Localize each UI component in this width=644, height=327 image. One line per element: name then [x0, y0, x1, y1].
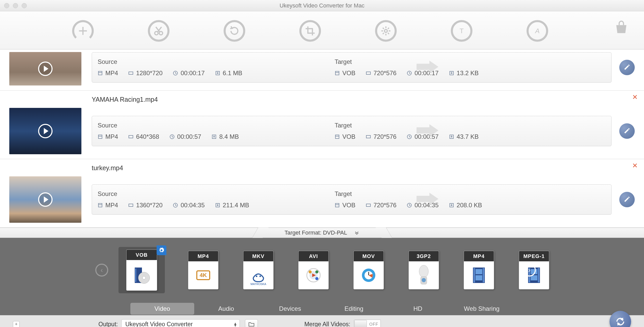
play-icon	[38, 62, 53, 76]
file-list: SourceMP41280*72000:00:176.1 MBTargetVOB…	[0, 49, 644, 228]
target-format-label: Target Format: DVD-PAL	[285, 229, 347, 236]
svg-rect-23	[129, 72, 133, 74]
resolution-icon	[366, 203, 371, 208]
file-row[interactable]: ✕turkey.mp4SourceMP41360*72000:04:35211.…	[0, 159, 644, 228]
window-controls[interactable]	[4, 3, 27, 8]
format-option-mp4[interactable]: MP44K	[187, 251, 220, 289]
output-label: Output:	[98, 321, 118, 327]
carousel-next-button[interactable]: ›	[523, 264, 536, 277]
zoom-icon[interactable]	[22, 3, 27, 8]
target-format: VOB	[342, 133, 355, 140]
format-icon	[335, 203, 340, 208]
resolution-icon	[128, 134, 133, 139]
category-tab-editing[interactable]: Editing	[322, 303, 386, 315]
clock-icon	[407, 134, 412, 139]
category-tab-hd[interactable]: HD	[386, 303, 450, 315]
source-label: Source	[98, 58, 323, 65]
source-size: 8.4 MB	[219, 133, 239, 140]
add-small-button[interactable]: +	[13, 321, 20, 327]
target-format: VOB	[342, 70, 355, 77]
svg-rect-64	[335, 203, 339, 207]
svg-point-85	[315, 270, 318, 273]
clock-icon	[407, 203, 412, 208]
format-option-mp4[interactable]: MP4	[462, 251, 496, 289]
svg-rect-57	[129, 204, 133, 206]
output-folder-select[interactable]: Ukeysoft Video Converter ▲▼	[121, 319, 240, 327]
format-icon	[335, 71, 340, 76]
video-thumbnail[interactable]	[9, 52, 81, 85]
open-folder-button[interactable]	[245, 319, 258, 327]
svg-rect-96	[476, 269, 482, 274]
svg-point-84	[309, 270, 312, 273]
merge-toggle[interactable]: OFF	[354, 320, 381, 327]
format-option-vob[interactable]: VOB	[118, 247, 165, 293]
edit-button[interactable]	[619, 60, 635, 75]
remove-button[interactable]: ✕	[632, 162, 638, 170]
source-duration: 00:00:17	[181, 70, 205, 77]
svg-rect-21	[98, 71, 102, 75]
add-file-button[interactable]	[72, 20, 94, 42]
close-icon[interactable]	[4, 3, 9, 8]
resolution-icon	[128, 203, 133, 208]
category-tabs: VideoAudioDevicesEditingHDWeb Sharing	[0, 302, 644, 315]
category-tab-web-sharing[interactable]: Web Sharing	[450, 303, 514, 315]
rotate-button[interactable]	[224, 20, 245, 42]
clock-icon	[170, 134, 175, 139]
size-icon	[449, 203, 454, 208]
watermark-button[interactable]: T	[451, 20, 472, 42]
play-icon	[38, 124, 53, 138]
file-row[interactable]: ✕YAMAHA Racing1.mp4SourceMP4640*36800:00…	[0, 91, 644, 159]
gear-icon[interactable]	[157, 245, 166, 255]
format-icon: 4K	[194, 261, 212, 289]
carousel-prev-button[interactable]: ‹	[95, 264, 108, 277]
crop-button[interactable]	[299, 20, 321, 42]
store-button[interactable]	[614, 20, 629, 36]
effect-button[interactable]	[375, 20, 397, 42]
file-name: turkey.mp4	[92, 164, 635, 172]
edit-button[interactable]	[619, 192, 635, 207]
chevron-down-icon	[354, 230, 359, 235]
size-icon	[211, 134, 217, 139]
resolution-icon	[366, 134, 371, 139]
svg-point-75	[142, 276, 146, 279]
svg-line-16	[388, 33, 389, 34]
svg-rect-49	[366, 135, 370, 138]
format-option-mkv[interactable]: MKVMATROSKA	[242, 251, 275, 289]
minimize-icon[interactable]	[13, 3, 18, 8]
format-header: MP4	[464, 251, 494, 261]
svg-point-90	[419, 265, 428, 278]
svg-rect-32	[366, 72, 370, 74]
target-size: 43.7 KB	[457, 133, 479, 140]
subtitle-button[interactable]: A	[527, 20, 548, 42]
svg-marker-46	[417, 124, 438, 137]
svg-rect-97	[476, 275, 482, 280]
format-option-mov[interactable]: MOV	[352, 251, 385, 289]
svg-line-69	[409, 205, 410, 206]
category-tab-audio[interactable]: Audio	[194, 303, 258, 315]
resolution-icon	[128, 71, 133, 76]
svg-rect-38	[98, 135, 102, 139]
format-option-avi[interactable]: AVI	[297, 251, 330, 289]
category-tab-devices[interactable]: Devices	[258, 303, 322, 315]
remove-button[interactable]: ✕	[632, 93, 638, 101]
edit-button[interactable]	[619, 123, 635, 139]
svg-rect-30	[335, 71, 339, 75]
trim-button[interactable]	[148, 20, 170, 42]
source-size: 211.4 MB	[223, 202, 249, 209]
svg-rect-100	[538, 268, 539, 282]
arrow-icon	[414, 59, 440, 76]
video-thumbnail[interactable]	[9, 176, 81, 223]
video-thumbnail[interactable]	[9, 108, 81, 154]
target-label: Target	[335, 58, 606, 65]
svg-marker-63	[417, 193, 438, 205]
category-tab-video[interactable]: Video	[130, 303, 194, 315]
file-row[interactable]: SourceMP41280*72000:00:176.1 MBTargetVOB…	[0, 49, 644, 91]
size-icon	[215, 203, 220, 208]
play-icon	[38, 192, 53, 207]
arrow-icon	[414, 191, 440, 208]
size-icon	[215, 71, 220, 76]
info-box: SourceMP4640*36800:00:578.4 MBTargetVOB7…	[92, 116, 612, 146]
format-option-3gp2[interactable]: 3GP2	[407, 251, 440, 289]
info-box: SourceMP41280*72000:00:176.1 MBTargetVOB…	[92, 52, 612, 83]
target-format-bar[interactable]: Target Format: DVD-PAL	[0, 228, 644, 238]
